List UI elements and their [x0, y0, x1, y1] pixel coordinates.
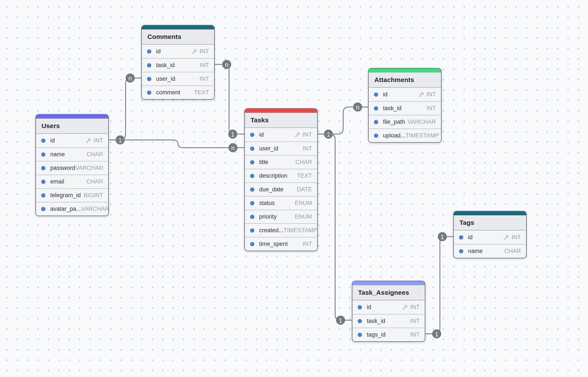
field-type: CHAR [86, 151, 103, 158]
field-dot-icon [374, 106, 378, 111]
table-Attachments[interactable]: Attachments id INT task_id INT file_path… [368, 68, 442, 143]
field-type: INT [427, 105, 436, 112]
field-dot-icon [250, 242, 254, 246]
relationship-wire[interactable] [109, 78, 141, 140]
field-type: INT [303, 145, 312, 152]
table-Tasks[interactable]: Tasks id INT user_id INT title CHAR de [244, 108, 318, 251]
field-type-label: INT [410, 331, 420, 338]
table-Users[interactable]: Users id INT name CHAR password VARCHAR [35, 114, 109, 216]
table-Comments[interactable]: Comments id INT task_id INT user_id INT [141, 25, 215, 100]
relationship-wire[interactable] [425, 237, 453, 334]
field-name: time_spent [259, 241, 288, 247]
field-row-id[interactable]: id INT [454, 231, 526, 244]
field-row-priority[interactable]: priority ENUM [245, 210, 317, 223]
relationship-wire[interactable] [318, 107, 368, 134]
field-row-id[interactable]: id INT [352, 300, 425, 314]
relationship-comments-task_id-tasks-id[interactable]: n1 [215, 60, 244, 139]
field-row-tags_id[interactable]: tags_id INT [352, 328, 425, 341]
field-type: TIMESTAMP [284, 227, 317, 234]
field-type: TIMESTAMP [406, 132, 439, 139]
field-row-task_id[interactable]: task_id INT [142, 58, 214, 72]
field-row-id[interactable]: id INT [245, 128, 317, 141]
table-accent-bar [369, 69, 441, 72]
field-row-user_id[interactable]: user_id INT [142, 72, 214, 85]
field-name: id [50, 137, 55, 144]
field-dot-icon [250, 228, 254, 233]
field-row-description[interactable]: description TEXT [245, 169, 317, 182]
field-dot-icon [374, 92, 378, 97]
field-row-task_id[interactable]: task_id INT [369, 101, 441, 115]
table-Task_Assignees[interactable]: Task_Assignees id INT task_id INT tags_i… [352, 281, 425, 342]
table-title: Task_Assignees [352, 285, 425, 300]
field-row-time_spent[interactable]: time_spent INT [245, 237, 317, 251]
field-row-id[interactable]: id INT [142, 45, 214, 58]
field-row-id[interactable]: id INT [36, 134, 108, 147]
field-dot-icon [250, 146, 254, 151]
relationship-tasks-id-task_assignees-task_id[interactable]: 1 [318, 134, 352, 325]
field-type: INT [503, 234, 521, 241]
field-type: VARCHAR [75, 165, 104, 171]
field-name: title [259, 159, 268, 165]
field-row-user_id[interactable]: user_id INT [245, 141, 317, 155]
field-row-file_path[interactable]: file_path VARCHAR [369, 115, 441, 129]
field-row-title[interactable]: title CHAR [245, 155, 317, 169]
field-type: VARCHAR [408, 118, 436, 125]
field-row-status[interactable]: status ENUM [245, 196, 317, 210]
relationship-tags-id-task_assignees-tags_id[interactable]: 11 [425, 232, 453, 339]
field-type-label: TEXT [194, 89, 209, 96]
field-dot-icon [41, 152, 46, 157]
table-accent-bar [142, 25, 214, 29]
field-type-label: INT [427, 91, 436, 98]
table-title: Comments [142, 29, 214, 45]
field-row-due_date[interactable]: due_date DATE [245, 182, 317, 196]
field-name: name [50, 151, 65, 158]
table-title: Tags [454, 215, 526, 231]
field-name: email [50, 178, 64, 185]
field-type: CHAR [295, 159, 312, 165]
field-row-name[interactable]: name CHAR [36, 147, 108, 161]
relationship-wire[interactable] [215, 64, 244, 134]
table-fields: id INT task_id INT tags_id INT [352, 300, 425, 341]
field-name: id [156, 48, 161, 55]
cardinality-label: 1 [435, 331, 438, 338]
field-row-comment[interactable]: comment TEXT [142, 85, 214, 99]
field-type-label: INT [200, 76, 209, 82]
field-type-label: VARCHAR [408, 118, 436, 125]
field-type-label: INT [427, 105, 436, 112]
table-fields: id INT user_id INT title CHAR descriptio… [245, 128, 317, 251]
field-row-id[interactable]: id INT [369, 88, 441, 101]
field-type: INT [191, 48, 209, 55]
field-row-created[interactable]: created... TIMESTAMP [245, 223, 317, 237]
relationship-wire[interactable] [318, 134, 352, 320]
table-accent-bar [36, 115, 108, 118]
field-dot-icon [250, 215, 254, 219]
field-type: INT [402, 304, 420, 311]
field-row-avatar_pa[interactable]: avatar_pa... VARCHAR [36, 202, 108, 216]
field-dot-icon [459, 249, 463, 253]
relationship-tasks-id-attachments-task_id[interactable]: 1n [318, 103, 368, 139]
cardinality-label: 1 [231, 131, 234, 138]
field-dot-icon [358, 333, 362, 337]
field-row-name[interactable]: name CHAR [454, 244, 526, 258]
table-accent-bar [245, 109, 317, 113]
field-type: CHAR [86, 178, 103, 185]
field-dot-icon [41, 166, 46, 170]
field-row-task_id[interactable]: task_id INT [352, 314, 425, 328]
relationship-users-id-tasks-user_id[interactable]: n [109, 140, 244, 152]
field-row-email[interactable]: email CHAR [36, 175, 108, 188]
field-name: user_id [259, 145, 278, 152]
table-fields: id INT task_id INT file_path VARCHAR upl… [369, 88, 441, 142]
field-type: ENUM [295, 200, 312, 206]
relationship-wire[interactable] [109, 140, 244, 148]
field-name: id [383, 91, 387, 98]
field-type: ENUM [295, 213, 312, 220]
relationship-users-id-comments-user_id[interactable]: 1n [109, 74, 141, 145]
field-row-password[interactable]: password VARCHAR [36, 161, 108, 175]
diagram-canvas[interactable]: 1nnn11n111 Comments id INT task_id INT u… [0, 0, 588, 377]
field-dot-icon [41, 193, 46, 198]
table-Tags[interactable]: Tags id INT name CHAR [453, 211, 527, 259]
field-row-upload[interactable]: upload... TIMESTAMP [369, 129, 441, 142]
field-row-telegram_id[interactable]: telegram_id BIGINT [36, 188, 108, 202]
field-type: TEXT [194, 89, 209, 96]
field-type-label: INT [200, 48, 209, 55]
